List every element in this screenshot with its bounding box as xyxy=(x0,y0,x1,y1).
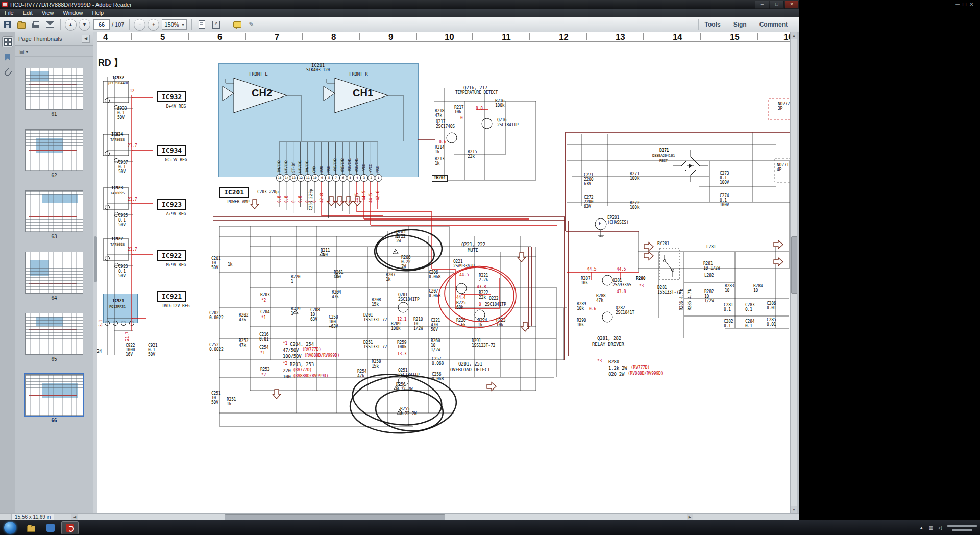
thumbnails-options-button[interactable]: ▤ ▾ xyxy=(19,48,28,54)
schematic-label: Q216, 217 xyxy=(463,85,487,90)
schematic-label: R202 47k xyxy=(239,313,248,323)
zoom-out-button[interactable]: − xyxy=(134,19,145,31)
attachments-panel-button[interactable] xyxy=(2,67,13,78)
schematic-label: 15 xyxy=(730,32,740,42)
schematic-label: *1 xyxy=(260,351,265,356)
bg-close-icon[interactable]: ✕ xyxy=(969,1,977,7)
thumbnail-image[interactable] xyxy=(25,190,83,232)
ic201-pin-6: 6 xyxy=(339,174,347,182)
bg-maximize-icon[interactable]: □ xyxy=(963,1,969,7)
ic-designator-ic201: IC201 xyxy=(219,187,249,198)
page-thumbnail-61[interactable]: 61 xyxy=(15,68,93,117)
schematic-label: R210 10 1/2W xyxy=(413,318,423,331)
thumbnails-icon xyxy=(4,38,12,46)
ic201-pin-voltage: -44.5 xyxy=(362,191,367,203)
thumbnail-image[interactable] xyxy=(25,68,83,110)
toolbar-separator xyxy=(227,19,227,30)
taskbar-adobe-reader[interactable] xyxy=(61,521,79,534)
schematic-label: TEMPERATURE DETECT xyxy=(455,91,498,95)
tray-network-icon[interactable]: ▥ xyxy=(929,525,934,530)
thumbnail-image[interactable] xyxy=(25,129,83,171)
taskbar-app-2[interactable] xyxy=(42,521,59,534)
start-button[interactable] xyxy=(4,522,16,534)
thumbnail-image[interactable] xyxy=(25,313,83,355)
schematic-label: C286 0.01 xyxy=(767,302,776,311)
save-button[interactable] xyxy=(1,18,13,31)
schematic-label: FRONT R xyxy=(349,71,368,77)
close-button[interactable]: ✕ xyxy=(785,1,799,9)
print-button[interactable] xyxy=(30,18,42,31)
schematic-label: Q281 2SA933AS xyxy=(612,279,631,288)
schematic-label: R215 22k xyxy=(468,150,477,159)
schematic-label: Q201 2SC1841TP xyxy=(398,293,420,302)
highlight-button[interactable]: ✎ xyxy=(246,18,258,31)
schematic-label: 8 xyxy=(331,32,336,42)
tray-volume-icon[interactable]: ◁ xyxy=(938,525,942,530)
schematic-label: RELAY DRIVER xyxy=(592,342,624,347)
taskbar-clock[interactable] xyxy=(947,525,977,531)
thumbnail-image[interactable] xyxy=(25,252,83,294)
schematic-label: C206 0.068 xyxy=(429,271,440,280)
window-edge xyxy=(797,32,799,513)
toolbar-comment-button[interactable]: Comment xyxy=(753,19,794,30)
page-number-input[interactable] xyxy=(93,19,110,30)
bg-minimize-icon[interactable]: ─ xyxy=(955,1,963,7)
comment-note-button[interactable] xyxy=(231,18,243,31)
schematic-label: 100/50V xyxy=(283,354,302,359)
zoom-select[interactable]: 150%▾ xyxy=(162,19,186,30)
bookmarks-panel-button[interactable] xyxy=(2,52,13,63)
schematic-label: R258 15k xyxy=(372,360,381,369)
schematic-label: Q217 2SC1740S xyxy=(436,120,455,129)
schematic-label: C201 10 50V xyxy=(211,257,220,271)
page-thumbnail-66[interactable]: 66 xyxy=(15,374,93,423)
ic201-pin-voltage: 0 xyxy=(341,200,346,203)
zoom-value: 150% xyxy=(164,21,179,28)
fit-page-button[interactable] xyxy=(210,18,223,31)
schematic-label: C203 220p xyxy=(257,190,279,195)
ic-designator-ic922: IC922 xyxy=(157,250,186,261)
toolbar-tools-button[interactable]: Tools xyxy=(698,19,727,30)
fit-width-button[interactable] xyxy=(196,18,208,31)
previous-page-button[interactable]: ▲ xyxy=(65,19,77,31)
page-thumbnail-63[interactable]: 63 xyxy=(15,190,93,239)
collapse-panel-button[interactable]: ◀ xyxy=(82,35,90,43)
menu-item-window[interactable]: Window xyxy=(58,9,87,17)
vertical-scrollbar[interactable]: ▲ ▼ xyxy=(790,32,797,513)
menu-item-edit[interactable]: Edit xyxy=(18,9,37,17)
email-button[interactable] xyxy=(44,18,56,31)
tray-expand-icon[interactable]: ▲ xyxy=(919,525,924,530)
page-thumbnails-panel-button[interactable] xyxy=(2,36,13,47)
schematic-label: C283 0.1 xyxy=(745,303,754,312)
taskbar-app-1[interactable] xyxy=(22,521,40,534)
minimize-button[interactable]: ─ xyxy=(755,1,769,9)
toolbar-sign-button[interactable]: Sign xyxy=(727,19,753,30)
menu-item-file[interactable]: File xyxy=(0,9,18,17)
page-thumbnail-62[interactable]: 62 xyxy=(15,129,93,178)
schematic-label: C256 0.068 xyxy=(432,373,444,382)
document-area: Page Thumbnails ◀ ▤ ▾ 616263646566 xyxy=(0,32,799,513)
schematic-label: C257 0.068 xyxy=(432,357,444,367)
schematic-label: Q216 2SC1841TP xyxy=(497,118,519,128)
schematic-label: 8.8 xyxy=(476,107,483,111)
schematic-label: R284 10 xyxy=(753,284,763,294)
page-thumbnail-65[interactable]: 65 xyxy=(15,313,93,362)
toolbar-separator xyxy=(60,19,61,30)
schematic-label: TH201 xyxy=(432,175,448,182)
schematic-label: R285 4.7k xyxy=(688,289,693,310)
schematic-label: R207 1k xyxy=(386,273,395,282)
pdf-page-canvas[interactable]: 45678910111213141516RD 】IC932µPC3504AHF1… xyxy=(97,32,790,513)
open-button[interactable] xyxy=(15,18,28,31)
maximize-button[interactable]: □ xyxy=(770,1,784,9)
ic201-pin-5: 5 xyxy=(347,174,354,182)
schematic-label: 43.8 xyxy=(617,290,626,295)
schematic-label: C258 100 +63V xyxy=(329,315,338,329)
zoom-in-button[interactable]: + xyxy=(148,19,159,31)
menu-item-view[interactable]: View xyxy=(37,9,59,17)
schematic-label: C216 0.01 xyxy=(259,333,268,342)
page-thumbnail-64[interactable]: 64 xyxy=(15,252,93,301)
menu-item-help[interactable]: Help xyxy=(87,9,108,17)
schematic-label: R280 xyxy=(636,277,645,281)
thumbnail-image[interactable] xyxy=(25,374,83,416)
next-page-button[interactable]: ▼ xyxy=(79,19,90,31)
schematic-label: R203, 253 xyxy=(290,362,314,367)
